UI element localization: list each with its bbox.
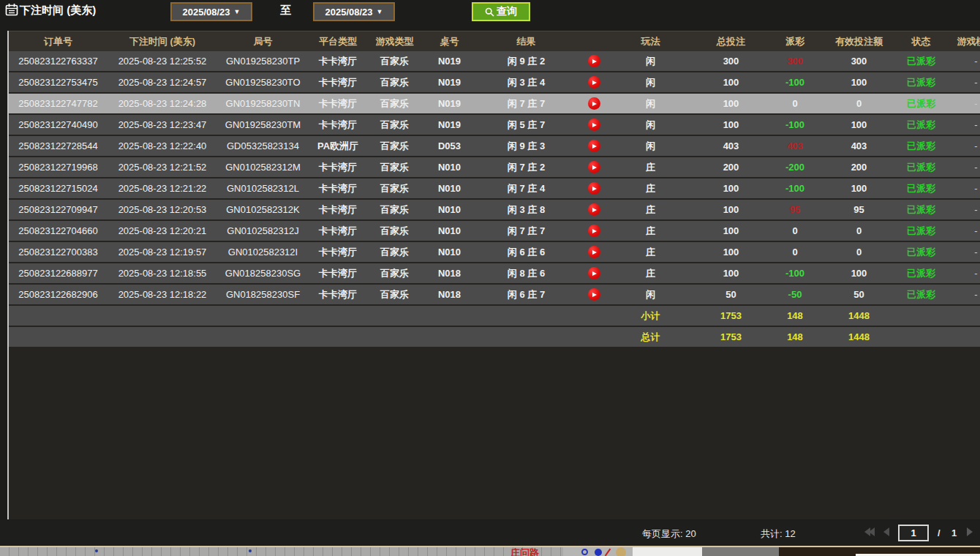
cell-total-bet: 200 [689, 162, 773, 173]
table-row[interactable]: 250823122709947 2025-08-23 12:20:53 GN01… [9, 200, 980, 219]
table-row[interactable]: 250823122740490 2025-08-23 12:23:47 GN01… [9, 115, 980, 135]
cell-game-type: 百家乐 [367, 246, 422, 259]
date-to-select[interactable]: 2025/08/23 ▼ [313, 2, 395, 21]
cell-game-type: 百家乐 [367, 182, 422, 195]
play-video-icon[interactable] [588, 119, 600, 131]
cell-platform: 卡卡湾厅 [309, 76, 367, 89]
play-video-icon[interactable] [588, 161, 600, 173]
play-video-icon[interactable] [588, 140, 600, 152]
table-row[interactable]: 250823122719968 2025-08-23 12:21:52 GN01… [9, 157, 980, 177]
play-video-icon[interactable] [588, 182, 600, 195]
play-video-icon[interactable] [588, 246, 600, 258]
table-row[interactable]: 250823122688977 2025-08-23 12:18:55 GN01… [9, 263, 980, 283]
total-label: 总计 [612, 331, 689, 344]
cell-platform: 卡卡湾厅 [309, 97, 367, 110]
date-range-to-label: 至 [280, 4, 291, 18]
next-page-icon[interactable] [967, 527, 973, 536]
cell-round-id: GN018258230SG [217, 268, 309, 279]
cell-total-bet: 100 [689, 247, 773, 258]
cell-play-type: 闲 [612, 119, 689, 132]
cell-valid-bet: 0 [817, 225, 901, 236]
cell-play-type: 闲 [612, 76, 689, 89]
cell-result: 闲 7 庄 4 [477, 182, 576, 195]
cell-play-type: 庄 [612, 182, 689, 195]
play-video-icon[interactable] [588, 55, 600, 67]
cell-result: 闲 6 庄 6 [477, 246, 576, 259]
cell-game-mode: - [941, 268, 980, 279]
col-header-round-id: 局号 [217, 35, 309, 48]
cell-game-mode: - [941, 140, 980, 151]
table-row[interactable]: 250823122763337 2025-08-23 12:25:52 GN01… [9, 51, 980, 71]
query-button-label: 查询 [497, 5, 517, 18]
col-header-table-no: 桌号 [422, 35, 477, 48]
play-video-icon[interactable] [588, 267, 600, 279]
cell-order-id: 250823122740490 [9, 119, 108, 130]
cell-play-type: 闲 [612, 140, 689, 153]
cell-platform: 卡卡湾厅 [309, 267, 367, 280]
table-row[interactable]: 250823122715024 2025-08-23 12:21:22 GN01… [9, 179, 980, 198]
col-header-payout: 派彩 [773, 35, 817, 48]
roadmap-grid [0, 547, 563, 556]
col-header-status: 状态 [901, 35, 941, 48]
cell-total-bet: 100 [689, 77, 773, 88]
cell-platform: 卡卡湾厅 [309, 161, 367, 174]
play-video-icon[interactable] [588, 203, 600, 216]
cell-order-id: 250823122753475 [9, 77, 108, 88]
play-video-icon[interactable] [588, 225, 600, 237]
page-title: 下注时间 (美东) [20, 4, 96, 18]
date-from-select[interactable]: 2025/08/23 ▼ [170, 2, 252, 21]
cell-play-type: 庄 [612, 246, 689, 259]
cell-platform: 卡卡湾厅 [309, 119, 367, 132]
cell-valid-bet: 100 [817, 77, 901, 88]
subtotal-payout: 148 [773, 310, 817, 321]
cell-status: 已派彩 [901, 97, 941, 110]
table-row[interactable]: 250823122704660 2025-08-23 12:20:21 GN01… [9, 221, 980, 241]
cell-payout: 300 [773, 56, 817, 67]
per-page-label: 每页显示: 20 [642, 527, 696, 541]
page-number-input[interactable] [898, 525, 929, 541]
table-row[interactable]: 250823122753475 2025-08-23 12:24:57 GN01… [9, 72, 980, 92]
table-row[interactable]: 250823122682906 2025-08-23 12:18:22 GN01… [9, 285, 980, 304]
cell-game-mode: - [941, 225, 980, 236]
search-icon [485, 7, 494, 17]
play-video-icon[interactable] [588, 97, 600, 110]
cell-valid-bet: 403 [817, 140, 901, 151]
cell-round-id: GN019258230TN [217, 98, 309, 109]
cell-round-id: GN019258230TM [217, 119, 309, 130]
cell-order-id: 250823122715024 [9, 183, 108, 194]
cell-total-bet: 300 [689, 56, 773, 67]
cell-order-id: 250823122704660 [9, 225, 108, 236]
cell-bet-time: 2025-08-23 12:24:57 [108, 77, 217, 88]
cell-valid-bet: 200 [817, 162, 901, 173]
cell-round-id: GD05325823134 [217, 140, 309, 151]
col-header-play-type: 玩法 [612, 35, 689, 48]
table-row[interactable]: 250823122728544 2025-08-23 12:22:40 GD05… [9, 136, 980, 156]
query-button[interactable]: 查询 [472, 2, 530, 21]
banker-road-label: 庄问路 [510, 548, 539, 556]
col-header-total-bet: 总投注 [689, 35, 773, 48]
cell-result: 闲 9 庄 3 [477, 140, 576, 153]
strip-segment [633, 547, 702, 556]
subtotal-total-bet: 1753 [689, 310, 773, 321]
cell-play-type: 庄 [612, 225, 689, 238]
cell-result: 闲 3 庄 4 [477, 76, 576, 89]
prev-page-icon[interactable] [883, 527, 889, 536]
first-page-icon[interactable] [864, 527, 875, 536]
cell-result: 闲 5 庄 7 [477, 119, 576, 132]
play-video-icon[interactable] [588, 76, 600, 89]
cell-table-no: N019 [422, 77, 477, 88]
cell-valid-bet: 0 [817, 247, 901, 258]
cell-payout: -100 [773, 119, 817, 130]
cell-game-type: 百家乐 [367, 161, 422, 174]
player-ring-icon [581, 549, 588, 555]
roadmap-dot [249, 549, 252, 552]
table-row[interactable]: 250823122700383 2025-08-23 12:19:57 GN01… [9, 242, 980, 262]
cell-video [576, 97, 612, 110]
table-row[interactable]: 250823122747782 2025-08-23 12:24:28 GN01… [9, 94, 980, 113]
cell-total-bet: 50 [689, 289, 773, 300]
page-separator: / [938, 527, 941, 538]
play-video-icon[interactable] [588, 288, 600, 301]
cell-game-type: 百家乐 [367, 97, 422, 110]
cell-valid-bet: 0 [817, 98, 901, 109]
cell-video [576, 267, 612, 279]
